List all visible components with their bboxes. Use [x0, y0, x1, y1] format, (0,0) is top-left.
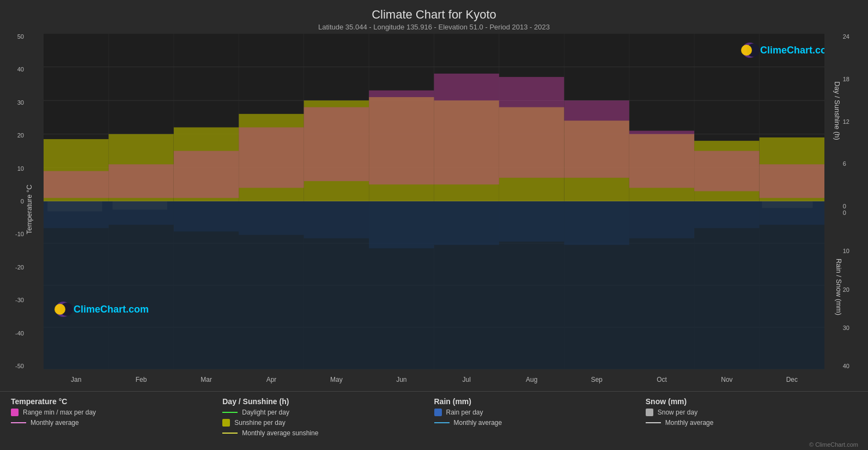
- climechart-logo-bottom-left: ClimeChart.com: [54, 302, 149, 317]
- y-axis-right-top-title: Day / Sunshine (h): [834, 81, 842, 140]
- y-right-label: 20: [843, 286, 849, 293]
- legend-label-sunshine-avg: Monthly average sunshine: [242, 429, 318, 437]
- y-left-label: -50: [15, 363, 24, 369]
- x-label-oct: Oct: [629, 376, 694, 383]
- y-axis-right-bottom-labels: 0 10 20 30 40: [843, 209, 849, 369]
- legend-label-temp-avg: Monthly average: [31, 419, 79, 427]
- legend-col-rain: Rain (mm) Rain per day Monthly average: [434, 397, 646, 437]
- legend-label-snow-day: Snow per day: [658, 409, 697, 416]
- y-left-label: 20: [17, 132, 24, 139]
- y-right-label: 24: [843, 33, 849, 40]
- x-label-jun: Jun: [369, 376, 434, 383]
- x-label-feb: Feb: [108, 376, 173, 383]
- climechart-logo-top-right: ClimeChart.com: [741, 43, 824, 58]
- y-axis-right-bottom-title: Rain / Snow (mm): [834, 259, 842, 315]
- y-left-label: -20: [15, 264, 24, 271]
- legend-col-sunshine: Day / Sunshine (h) Daylight per day Suns…: [222, 397, 434, 437]
- daylight-line-swatch: [222, 412, 238, 413]
- x-label-jan: Jan: [44, 376, 108, 383]
- page-container: Climate Chart for Kyoto Latitude 35.044 …: [0, 0, 868, 450]
- copyright: © ClimeChart.com: [0, 440, 868, 450]
- snow-avg-swatch: [646, 422, 661, 423]
- y-left-label: 10: [17, 165, 24, 172]
- legend-item-daylight: Daylight per day: [222, 409, 434, 416]
- legend-col-temperature: Temperature °C Range min / max per day M…: [11, 397, 222, 437]
- x-axis-labels: Jan Feb Mar Apr May Jun Jul Aug Sep Oct …: [44, 376, 824, 383]
- svg-point-70: [54, 304, 65, 315]
- legend-label-temp-range: Range min / max per day: [23, 409, 96, 416]
- y-left-label: 0: [21, 198, 24, 205]
- temp-avg-line-swatch: [11, 422, 26, 423]
- svg-point-66: [741, 45, 752, 56]
- x-label-apr: Apr: [239, 376, 304, 383]
- y-left-label: 30: [17, 99, 24, 106]
- chart-plot-area: ClimeChart.com ClimeChart.com: [44, 33, 824, 369]
- y-right-label: 30: [843, 325, 849, 331]
- legend-item-rain-avg: Monthly average: [434, 419, 646, 427]
- sunshine-swatch: [222, 419, 230, 427]
- y-left-label: -10: [15, 231, 24, 237]
- snow-day-swatch: [646, 409, 653, 416]
- rain-day-swatch: [434, 409, 442, 416]
- svg-rect-57: [369, 91, 434, 184]
- legend-col2-title: Day / Sunshine (h): [222, 397, 434, 406]
- legend-item-sunshine-avg: Monthly average sunshine: [222, 429, 434, 437]
- svg-rect-63: [760, 164, 824, 198]
- chart-header: Climate Chart for Kyoto Latitude 35.044 …: [0, 0, 868, 33]
- x-label-aug: Aug: [499, 376, 564, 383]
- svg-rect-55: [239, 127, 304, 188]
- x-label-may: May: [304, 376, 369, 383]
- legend-item-temp-range: Range min / max per day: [11, 409, 222, 416]
- legend-item-sunshine-day: Sunshine per day: [222, 419, 434, 427]
- legend-area: Temperature °C Range min / max per day M…: [0, 391, 868, 440]
- x-label-mar: Mar: [174, 376, 239, 383]
- svg-rect-58: [434, 74, 499, 184]
- svg-rect-60: [564, 100, 629, 178]
- x-label-jul: Jul: [434, 376, 499, 383]
- svg-text:ClimeChart.com: ClimeChart.com: [74, 304, 149, 315]
- svg-rect-52: [44, 171, 108, 198]
- svg-rect-53: [108, 164, 173, 198]
- x-label-sep: Sep: [564, 376, 629, 383]
- y-right-label: 40: [843, 363, 849, 369]
- rain-avg-swatch: [434, 422, 450, 423]
- y-axis-right-top-labels: 24 18 12 6 0: [843, 33, 849, 209]
- svg-rect-62: [694, 151, 759, 191]
- legend-item-snow-avg: Monthly average: [646, 419, 857, 427]
- svg-rect-39: [44, 201, 824, 369]
- chart-title: Climate Chart for Kyoto: [0, 8, 868, 22]
- y-left-label: 50: [17, 33, 24, 40]
- legend-col-snow: Snow (mm) Snow per day Monthly average: [646, 397, 857, 437]
- temp-range-swatch: [11, 409, 19, 416]
- legend-col3-title: Rain (mm): [434, 397, 646, 406]
- legend-col4-title: Snow (mm): [646, 397, 857, 406]
- sunshine-avg-swatch: [222, 433, 238, 434]
- x-label-dec: Dec: [760, 376, 824, 383]
- y-right-label: 0: [843, 209, 846, 216]
- legend-item-snow-day: Snow per day: [646, 409, 857, 416]
- svg-rect-54: [174, 151, 239, 198]
- legend-item-rain-day: Rain per day: [434, 409, 646, 416]
- svg-rect-56: [304, 107, 369, 182]
- y-left-label: -30: [15, 297, 24, 303]
- legend-label-rain-day: Rain per day: [446, 409, 483, 416]
- y-right-label: 10: [843, 248, 849, 254]
- y-axis-left-title: Temperature °C: [25, 184, 33, 234]
- y-left-label: 40: [17, 66, 24, 73]
- chart-svg: ClimeChart.com ClimeChart.com: [44, 33, 824, 369]
- svg-rect-61: [629, 131, 694, 188]
- legend-label-sunshine-day: Sunshine per day: [234, 419, 285, 427]
- legend-label-daylight: Daylight per day: [242, 409, 289, 416]
- y-axis-left-labels: 50 40 30 20 10 0 -10 -20 -30 -40 -50: [15, 33, 24, 369]
- y-right-label: 0: [843, 203, 846, 209]
- legend-label-rain-avg: Monthly average: [454, 419, 502, 427]
- svg-text:ClimeChart.com: ClimeChart.com: [760, 45, 824, 56]
- legend-item-temp-avg: Monthly average: [11, 419, 222, 427]
- x-label-nov: Nov: [694, 376, 759, 383]
- legend-col1-title: Temperature °C: [11, 397, 222, 406]
- y-right-label: 6: [843, 160, 846, 167]
- svg-rect-59: [499, 77, 564, 178]
- y-right-label: 12: [843, 118, 849, 125]
- y-left-label: -40: [15, 330, 24, 337]
- legend-label-snow-avg: Monthly average: [665, 419, 714, 427]
